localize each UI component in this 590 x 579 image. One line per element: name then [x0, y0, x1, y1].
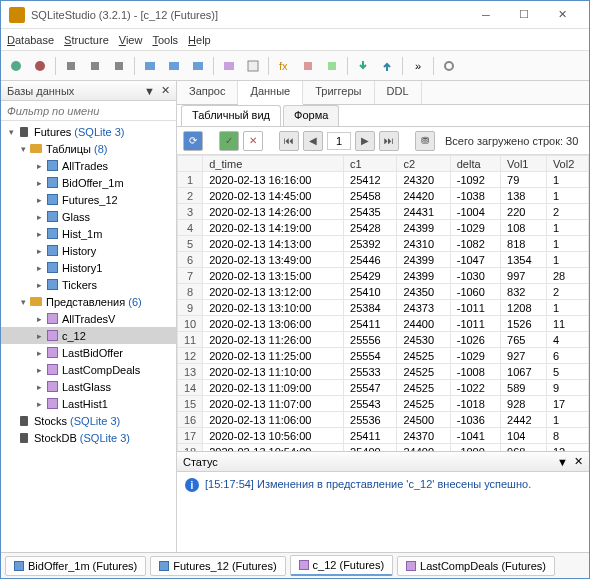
svg-rect-12: [328, 62, 336, 70]
table-row[interactable]: 72020-02-13 13:15:002542924399-103099728: [178, 268, 589, 284]
tool-func[interactable]: fx: [273, 55, 295, 77]
first-page-button[interactable]: ⏮: [279, 131, 299, 151]
table-Glass[interactable]: ▸Glass: [1, 208, 176, 225]
tool-del-table[interactable]: [187, 55, 209, 77]
view-LastHist1[interactable]: ▸LastHist1: [1, 395, 176, 412]
tool-connect[interactable]: [5, 55, 27, 77]
data-grid[interactable]: d_timec1c2deltaVol1Vol212020-02-13 16:16…: [177, 155, 589, 451]
table-row[interactable]: 172020-02-13 10:56:002541124370-10411048: [178, 428, 589, 444]
svg-rect-3: [91, 62, 99, 70]
folder-views[interactable]: ▾Представления (6): [1, 293, 176, 310]
title-bar: SQLiteStudio (3.2.1) - [c_12 (Futures)] …: [1, 1, 589, 29]
menu-structure[interactable]: Structure: [64, 34, 109, 46]
doc-tab-lastcompdeals[interactable]: LastCompDeals (Futures): [397, 556, 555, 576]
view-AllTradesV[interactable]: ▸AllTradesV: [1, 310, 176, 327]
table-row[interactable]: 42020-02-13 14:19:002542824399-10291081: [178, 220, 589, 236]
table-row[interactable]: 162020-02-13 11:06:002553624500-10362442…: [178, 412, 589, 428]
tool-collation[interactable]: [297, 55, 319, 77]
col-delta[interactable]: delta: [450, 156, 500, 172]
tab-form-view[interactable]: Форма: [283, 105, 339, 126]
rollback-button[interactable]: ✕: [243, 131, 263, 151]
table-History1[interactable]: ▸History1: [1, 259, 176, 276]
minimize-button[interactable]: ─: [467, 4, 505, 26]
table-row[interactable]: 132020-02-13 11:10:002553324525-10081067…: [178, 364, 589, 380]
folder-tables[interactable]: ▾Таблицы (8): [1, 140, 176, 157]
table-row[interactable]: 122020-02-13 11:25:002555424525-10299276: [178, 348, 589, 364]
doc-tab-futures12[interactable]: Futures_12 (Futures): [150, 556, 285, 576]
page-input[interactable]: [327, 132, 351, 150]
tool-edit-table[interactable]: [163, 55, 185, 77]
tab-triggers[interactable]: Триггеры: [303, 81, 374, 104]
col-Vol1[interactable]: Vol1: [501, 156, 547, 172]
tool-next[interactable]: »: [407, 55, 429, 77]
svg-point-13: [445, 62, 453, 70]
col-c1[interactable]: c1: [344, 156, 397, 172]
table-Futures_12[interactable]: ▸Futures_12: [1, 191, 176, 208]
next-page-button[interactable]: ▶: [355, 131, 375, 151]
tab-grid-view[interactable]: Табличный вид: [181, 105, 281, 126]
view-c_12[interactable]: ▸c_12: [1, 327, 176, 344]
menu-view[interactable]: View: [119, 34, 143, 46]
table-row[interactable]: 32020-02-13 14:26:002543524431-10042202: [178, 204, 589, 220]
menu-database[interactable]: Database: [7, 34, 54, 46]
tool-disconnect[interactable]: [29, 55, 51, 77]
table-row[interactable]: 52020-02-13 14:13:002539224310-10828181: [178, 236, 589, 252]
view-LastCompDeals[interactable]: ▸LastCompDeals: [1, 361, 176, 378]
filter-input[interactable]: [1, 101, 176, 120]
db-stockdb[interactable]: StockDB (SQLite 3): [1, 429, 176, 446]
db-futures[interactable]: ▾Futures (SQLite 3): [1, 123, 176, 140]
table-row[interactable]: 92020-02-13 13:10:002538424373-101112081: [178, 300, 589, 316]
menu-tools[interactable]: Tools: [152, 34, 178, 46]
tab-query[interactable]: Запрос: [177, 81, 238, 104]
close-button[interactable]: ✕: [543, 4, 581, 26]
table-row[interactable]: 82020-02-13 13:12:002541024350-10608322: [178, 284, 589, 300]
tool-new-table[interactable]: [139, 55, 161, 77]
tool-sql[interactable]: [242, 55, 264, 77]
table-row[interactable]: 12020-02-13 16:16:002541224320-1092791: [178, 172, 589, 188]
db-stocks[interactable]: Stocks (SQLite 3): [1, 412, 176, 429]
status-panel: Статус ▼ ✕ i [15:17:54] Изменения в пред…: [177, 451, 589, 552]
last-page-button[interactable]: ⏭: [379, 131, 399, 151]
table-row[interactable]: 22020-02-13 14:45:002545824420-10381381: [178, 188, 589, 204]
tool-remove-db[interactable]: [108, 55, 130, 77]
col-Vol2[interactable]: Vol2: [546, 156, 588, 172]
tool-config[interactable]: [438, 55, 460, 77]
table-row[interactable]: 62020-02-13 13:49:002544624399-104713541: [178, 252, 589, 268]
table-row[interactable]: 102020-02-13 13:06:002541124400-10111526…: [178, 316, 589, 332]
view-LastBidOffer[interactable]: ▸LastBidOffer: [1, 344, 176, 361]
table-row[interactable]: 152020-02-13 11:07:002554324525-10189281…: [178, 396, 589, 412]
tab-data[interactable]: Данные: [238, 81, 303, 105]
tool-new-view[interactable]: [218, 55, 240, 77]
filter-button[interactable]: ⛃: [415, 131, 435, 151]
tab-ddl[interactable]: DDL: [375, 81, 422, 104]
menu-help[interactable]: Help: [188, 34, 211, 46]
status-close-icon[interactable]: ✕: [574, 455, 583, 468]
table-BidOffer_1m[interactable]: ▸BidOffer_1m: [1, 174, 176, 191]
maximize-button[interactable]: ☐: [505, 4, 543, 26]
table-row[interactable]: 112020-02-13 11:26:002555624530-10267654: [178, 332, 589, 348]
sidebar-close-icon[interactable]: ✕: [161, 84, 170, 97]
table-AllTrades[interactable]: ▸AllTrades: [1, 157, 176, 174]
table-History[interactable]: ▸History: [1, 242, 176, 259]
view-LastGlass[interactable]: ▸LastGlass: [1, 378, 176, 395]
table-row[interactable]: 182020-02-13 10:54:002540024400-10009681…: [178, 444, 589, 452]
commit-button[interactable]: ✓: [219, 131, 239, 151]
refresh-button[interactable]: ⟳: [183, 131, 203, 151]
doc-tab-bidoffer[interactable]: BidOffer_1m (Futures): [5, 556, 146, 576]
table-Hist_1m[interactable]: ▸Hist_1m: [1, 225, 176, 242]
status-menu-icon[interactable]: ▼: [557, 456, 568, 468]
tool-edit-db[interactable]: [84, 55, 106, 77]
tool-import[interactable]: [352, 55, 374, 77]
sidebar-menu-icon[interactable]: ▼: [144, 85, 155, 97]
table-row[interactable]: 142020-02-13 11:09:002554724525-10225899: [178, 380, 589, 396]
prev-page-button[interactable]: ◀: [303, 131, 323, 151]
tool-export[interactable]: [376, 55, 398, 77]
tool-ext[interactable]: [321, 55, 343, 77]
doc-tab-c12[interactable]: c_12 (Futures): [290, 555, 394, 576]
db-tree[interactable]: ▾Futures (SQLite 3) ▾Таблицы (8) ▸AllTra…: [1, 121, 176, 552]
table-Tickers[interactable]: ▸Tickers: [1, 276, 176, 293]
col-d_time[interactable]: d_time: [203, 156, 344, 172]
col-c2[interactable]: c2: [397, 156, 450, 172]
status-title: Статус: [183, 456, 218, 468]
tool-add-db[interactable]: [60, 55, 82, 77]
